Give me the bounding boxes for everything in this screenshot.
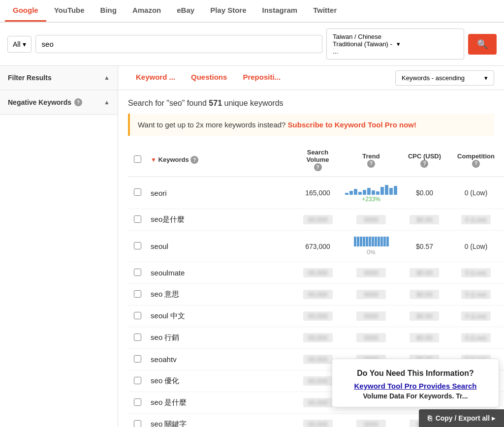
blurred-competition: 0 (Low) <box>461 215 491 224</box>
popup-title: Do You Need This Information? <box>341 369 490 378</box>
row-checkbox[interactable] <box>134 334 141 341</box>
trend-bar <box>354 237 356 246</box>
row-checkbox-cell <box>128 231 147 262</box>
row-checkbox[interactable] <box>134 242 141 249</box>
nav-item-ebay[interactable]: eBay <box>169 0 202 22</box>
keyword-text: seori <box>151 189 167 197</box>
row-checkbox[interactable] <box>134 398 141 406</box>
competition-value: 0 (Low) <box>465 189 488 197</box>
nav-item-google[interactable]: Google <box>5 0 46 22</box>
keyword-text: seo 關鍵字 <box>151 420 187 427</box>
search-type-select[interactable]: All ▾ <box>7 36 32 53</box>
nav-item-bing[interactable]: Bing <box>93 0 125 22</box>
tabs-left: Keyword ... Questions Prepositi... <box>128 66 288 90</box>
popup-card: Do You Need This Information? Keyword To… <box>332 359 499 407</box>
competition-cell: 0 (Low) <box>448 327 504 349</box>
volume-help-icon[interactable]: ? <box>314 163 322 171</box>
volume-cell: 00,000 <box>294 284 341 305</box>
trend-percent: +233% <box>345 196 397 203</box>
blurred-volume: 00,000 <box>303 376 333 386</box>
popup-sub: Volume Data For Keywords. Tr... <box>341 392 490 400</box>
keyword-text: seoul <box>151 242 168 250</box>
keywords-help-icon[interactable]: ? <box>190 156 198 164</box>
nav-item-youtube[interactable]: YouTube <box>46 0 93 22</box>
keyword-text: seo 優化 <box>151 376 179 385</box>
row-checkbox-cell <box>128 209 147 231</box>
row-checkbox[interactable] <box>134 420 141 427</box>
blurred-trend: 0000 <box>356 333 386 342</box>
location-select[interactable]: Taiwan / Chinese Traditional (Taiwan) - … <box>326 29 464 60</box>
query-text: seo <box>169 99 182 107</box>
tab-keywords[interactable]: Keyword ... <box>128 66 183 90</box>
filter-results-header[interactable]: Filter Results ▲ <box>0 66 118 90</box>
th-keywords: ▼ Keywords ? <box>147 144 294 177</box>
copy-export-button[interactable]: ⎘ Copy / Export all ▸ <box>419 409 504 427</box>
competition-cell: 0 (Low) <box>448 305 504 327</box>
blurred-competition: 0 (Low) <box>461 311 491 321</box>
trend-help-icon[interactable]: ? <box>367 160 375 168</box>
promo-banner: Want to get up to 2x more keywords inste… <box>128 114 494 136</box>
row-checkbox-cell <box>128 327 147 349</box>
row-checkbox[interactable] <box>134 215 141 223</box>
tab-prepositions[interactable]: Prepositi... <box>235 66 288 90</box>
search-button[interactable]: 🔍 <box>468 34 497 55</box>
th-trend: Trend ? <box>341 144 401 177</box>
row-checkbox[interactable] <box>134 312 141 319</box>
row-checkbox[interactable] <box>134 377 141 384</box>
trend-cell: 0000 <box>341 209 401 231</box>
trend-cell: 0000 <box>341 305 401 327</box>
unique-keywords-label: unique keywords <box>224 99 284 107</box>
row-checkbox[interactable] <box>134 355 141 363</box>
trend-cell: 0% <box>341 231 401 262</box>
row-checkbox[interactable] <box>134 188 141 196</box>
trend-bar <box>360 237 362 246</box>
table-row: seoulmate00,0000000$0.000 (Low) <box>128 262 504 284</box>
popup-link[interactable]: Keyword Tool Pro Provides Search <box>341 382 490 390</box>
copy-icon: ⎘ <box>428 414 432 422</box>
blurred-competition: 0 (Low) <box>461 268 491 277</box>
cpc-value: $0.00 <box>416 189 433 197</box>
blurred-volume: 00,000 <box>303 311 333 321</box>
promo-link[interactable]: Subscribe to Keyword Tool Pro now! <box>288 121 416 129</box>
volume-cell: 00,000 <box>294 209 341 231</box>
cpc-cell: $0.00 <box>401 284 448 305</box>
filter-results-section: Filter Results ▲ <box>0 66 118 91</box>
tab-questions[interactable]: Questions <box>183 66 235 90</box>
blurred-volume: 00,000 <box>303 290 333 299</box>
results-count: 571 <box>209 99 222 107</box>
nav-item-twitter[interactable]: Twitter <box>305 0 345 22</box>
select-all-checkbox[interactable] <box>134 155 141 163</box>
trend-bar <box>345 193 348 195</box>
row-checkbox[interactable] <box>134 269 141 276</box>
cpc-help-icon[interactable]: ? <box>420 160 428 168</box>
search-input[interactable] <box>35 35 322 53</box>
cpc-cell: $0.57 <box>401 231 448 262</box>
trend-bar <box>375 237 377 246</box>
keyword-text: seoulmate <box>151 269 185 277</box>
trend-bar <box>369 237 371 246</box>
keyword-cell: seo 行銷 <box>147 327 294 349</box>
nav-item-instagram[interactable]: Instagram <box>254 0 306 22</box>
keyword-cell: seo 關鍵字 <box>147 414 294 427</box>
keyword-cell: seoul <box>147 231 294 262</box>
keyword-cell: seoahtv <box>147 349 294 370</box>
th-competition: Competition ? <box>448 144 504 177</box>
volume-cell: 00,000 <box>294 327 341 349</box>
table-row: seo 意思00,0000000$0.000 (Low) <box>128 284 504 305</box>
keyword-cell: seori <box>147 177 294 209</box>
sort-select[interactable]: Keywords - ascending ▾ <box>395 70 494 86</box>
nav-item-playstore[interactable]: Play Store <box>202 0 254 22</box>
competition-help-icon[interactable]: ? <box>472 160 480 168</box>
negative-keywords-header[interactable]: Negative Keywords ? ▲ <box>0 91 118 115</box>
keyword-cell: seoul 中文 <box>147 305 294 327</box>
row-checkbox[interactable] <box>134 290 141 298</box>
trend-bar <box>366 237 368 246</box>
nav-item-amazon[interactable]: Amazon <box>125 0 169 22</box>
th-volume: Search Volume ? <box>294 144 341 177</box>
help-icon[interactable]: ? <box>74 98 82 106</box>
competition-cell: 0 (Low) <box>448 262 504 284</box>
blurred-cpc: $0.00 <box>410 215 439 224</box>
trend-bar <box>394 186 397 195</box>
competition-cell: 0 (Low) <box>448 177 504 209</box>
keyword-cell: seo 優化 <box>147 370 294 392</box>
